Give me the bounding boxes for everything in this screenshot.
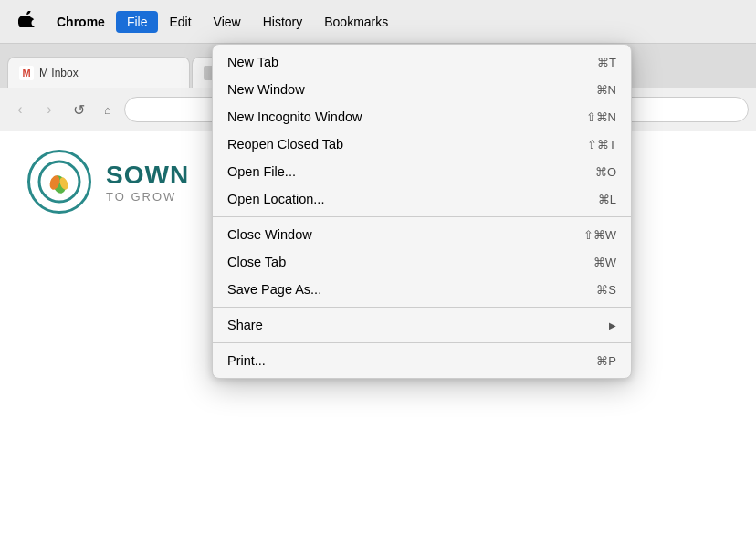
menu-item-reopen-tab-label: Reopen Closed Tab xyxy=(227,137,343,152)
menu-item-close-tab-label: Close Tab xyxy=(227,255,286,269)
back-button[interactable]: ‹ xyxy=(7,97,33,122)
menu-item-new-tab-shortcut: ⌘T xyxy=(597,56,616,69)
menu-item-save-page-shortcut: ⌘S xyxy=(596,283,616,297)
menu-item-new-window-shortcut: ⌘N xyxy=(596,83,616,97)
menu-item-share[interactable]: Share ▶ xyxy=(213,311,631,339)
reload-icon: ↺ xyxy=(73,101,85,119)
gmail-tab-label: M Inbox xyxy=(39,67,178,79)
separator-1 xyxy=(213,216,631,217)
history-menu-item[interactable]: History xyxy=(252,11,314,33)
logo-title: SOWN xyxy=(106,161,189,190)
menu-item-reopen-tab-shortcut: ⇧⌘T xyxy=(587,138,616,152)
gmail-tab[interactable]: M M Inbox xyxy=(7,57,190,88)
menu-item-print-label: Print... xyxy=(227,353,266,368)
menu-item-reopen-tab[interactable]: Reopen Closed Tab ⇧⌘T xyxy=(213,131,631,158)
separator-3 xyxy=(213,342,631,343)
forward-icon: › xyxy=(47,101,51,118)
menu-item-close-window-shortcut: ⇧⌘W xyxy=(583,228,616,242)
menu-item-new-incognito[interactable]: New Incognito Window ⇧⌘N xyxy=(213,103,631,131)
menu-item-new-tab-label: New Tab xyxy=(227,55,278,69)
menubar: Chrome File Edit View History Bookmarks xyxy=(0,0,756,44)
menu-item-close-window[interactable]: Close Window ⇧⌘W xyxy=(213,221,631,248)
menu-item-share-arrow: ▶ xyxy=(609,320,616,330)
menu-item-print-shortcut: ⌘P xyxy=(596,354,616,368)
menu-item-close-tab[interactable]: Close Tab ⌘W xyxy=(213,248,631,276)
forward-button[interactable]: › xyxy=(37,97,62,122)
menu-item-new-window-label: New Window xyxy=(227,82,305,97)
home-button[interactable]: ⌂ xyxy=(95,97,121,122)
menu-item-close-window-label: Close Window xyxy=(227,227,312,242)
logo-circle xyxy=(27,150,91,214)
file-menu-dropdown: New Tab ⌘T New Window ⌘N New Incognito W… xyxy=(212,44,632,379)
file-menu-item[interactable]: File xyxy=(116,11,159,33)
logo-text-area: SOWN TO GROW xyxy=(106,161,189,204)
reload-button[interactable]: ↺ xyxy=(66,97,91,122)
menu-item-open-location-shortcut: ⌘L xyxy=(598,193,616,206)
menu-item-new-incognito-label: New Incognito Window xyxy=(227,110,362,124)
edit-menu-item[interactable]: Edit xyxy=(158,11,202,33)
menu-item-new-incognito-shortcut: ⇧⌘N xyxy=(586,110,616,124)
menu-item-open-location-label: Open Location... xyxy=(227,192,324,206)
gmail-favicon: M xyxy=(19,66,34,80)
menu-item-open-file[interactable]: Open File... ⌘O xyxy=(213,158,631,185)
view-menu-item[interactable]: View xyxy=(203,11,252,33)
logo-subtitle: TO GROW xyxy=(106,190,189,204)
menu-item-open-file-shortcut: ⌘O xyxy=(595,165,616,179)
apple-menu-item[interactable] xyxy=(7,11,46,32)
menu-item-close-tab-shortcut: ⌘W xyxy=(593,256,616,269)
menu-item-open-file-label: Open File... xyxy=(227,164,296,179)
chrome-menu-item[interactable]: Chrome xyxy=(46,11,116,33)
menu-item-open-location[interactable]: Open Location... ⌘L xyxy=(213,185,631,213)
home-icon: ⌂ xyxy=(104,103,111,117)
menu-item-save-page[interactable]: Save Page As... ⌘S xyxy=(213,276,631,303)
menu-item-share-label: Share xyxy=(227,318,263,332)
menu-item-new-tab[interactable]: New Tab ⌘T xyxy=(213,48,631,76)
bookmarks-menu-item[interactable]: Bookmarks xyxy=(313,11,399,33)
separator-2 xyxy=(213,307,631,308)
menu-item-save-page-label: Save Page As... xyxy=(227,282,321,297)
menu-item-new-window[interactable]: New Window ⌘N xyxy=(213,76,631,103)
menu-item-print[interactable]: Print... ⌘P xyxy=(213,347,631,374)
back-icon: ‹ xyxy=(17,101,22,118)
